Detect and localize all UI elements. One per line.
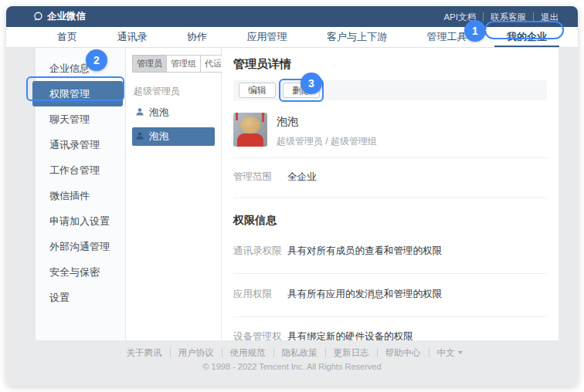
super-admin-group-label: 超级管理员 [132, 85, 215, 98]
tab-admin-groups[interactable]: 管理组 [166, 55, 201, 73]
step3-badge: 3 [300, 73, 322, 94]
tab-customers[interactable]: 客户与上下游 [325, 27, 389, 47]
admin-name: 泡泡 [149, 106, 169, 120]
page-title: 管理员详情 [233, 57, 547, 72]
app-permission-row: 应用权限 具有所有应用的发消息和管理的权限 [233, 289, 547, 300]
admin-list-panel: 管理员 管理组 代运营 + 超级管理员 泡泡 [126, 48, 222, 340]
avatar [233, 113, 267, 147]
step2-badge: 2 [86, 49, 107, 71]
help-center-link[interactable]: 帮助中心 [377, 348, 429, 357]
app-permission-value: 具有所有应用的发消息和管理的权限 [287, 289, 442, 300]
about-tencent-link[interactable]: 关于腾讯 [119, 348, 170, 357]
scope-label: 管理范围 [233, 171, 287, 183]
divider [233, 198, 547, 198]
permission-section-title: 权限信息 [233, 214, 547, 228]
sidebar-item-settings[interactable]: 设置 [38, 285, 123, 310]
admin-list-item[interactable]: 泡泡 [132, 103, 215, 122]
admin-type-tabs: 管理员 管理组 代运营 + [132, 55, 215, 73]
contacts-permission-row: 通讯录权限 具有对所有成员的查看和管理的权限 [233, 245, 547, 257]
primary-nav: 首页 通讯录 协作 应用管理 客户与上下游 管理工具 我的企业 [6, 27, 578, 48]
tab-collaboration[interactable]: 协作 [185, 27, 209, 47]
tab-home[interactable]: 首页 [56, 27, 79, 47]
sidebar-item-contacts-management[interactable]: 通讯录管理 [38, 132, 123, 157]
tab-app-management[interactable]: 应用管理 [246, 27, 289, 47]
content-area: 企业信息 权限管理 聊天管理 通讯录管理 工作台管理 微信插件 申请加入设置 外… [6, 48, 578, 340]
admin-name: 泡泡 [149, 130, 169, 144]
sidebar-item-permission-management[interactable]: 权限管理 [32, 81, 123, 106]
sidebar-item-enterprise-info[interactable]: 企业信息 [38, 56, 123, 81]
wework-bubble-icon [32, 11, 44, 22]
scope-value: 全企业 [287, 171, 317, 183]
step1-badge: 1 [464, 20, 486, 42]
admin-role: 超级管理员 / 超级管理组 [277, 135, 377, 148]
brand-logo: 企业微信 [32, 10, 86, 23]
caret-down-icon [458, 351, 463, 354]
footer-links: 关于腾讯 用户协议 使用规范 隐私政策 更新日志 帮助中心 中文 [6, 348, 578, 357]
sidebar-item-external-communication[interactable]: 外部沟通管理 [38, 234, 123, 259]
divider [233, 316, 547, 317]
divider [233, 157, 547, 158]
copyright: © 1998 - 2022 Tencent Inc. All Rights Re… [6, 362, 578, 371]
user-agreement-link[interactable]: 用户协议 [170, 348, 222, 357]
sidebar-item-join-settings[interactable]: 申请加入设置 [38, 208, 123, 234]
tab-administrators[interactable]: 管理员 [132, 55, 167, 73]
footer: 关于腾讯 用户协议 使用规范 隐私政策 更新日志 帮助中心 中文 © 1998 … [6, 340, 578, 386]
tab-my-enterprise[interactable]: 我的企业 [505, 27, 548, 47]
contact-support-link[interactable]: 联系客服 [483, 12, 533, 22]
contacts-permission-value: 具有对所有成员的查看和管理的权限 [287, 245, 442, 257]
divider [233, 273, 547, 274]
detail-toolbar: 编辑 删除 [233, 80, 547, 100]
usage-rules-link[interactable]: 使用规范 [222, 348, 273, 357]
top-links: API文档 联系客服 退出 [436, 12, 565, 22]
admin-display-name: 泡泡 [277, 115, 377, 129]
user-icon [135, 107, 144, 119]
right-gutter [559, 48, 578, 340]
tab-contacts[interactable]: 通讯录 [116, 27, 149, 47]
admin-profile: 泡泡 超级管理员 / 超级管理组 [233, 113, 547, 148]
admin-detail-pane: 管理员详情 编辑 删除 泡泡 超级管理员 / 超级管理组 管理范围 全企业 [222, 48, 559, 340]
contacts-permission-label: 通讯录权限 [233, 245, 287, 257]
language-selector[interactable]: 中文 [429, 348, 466, 357]
edit-button[interactable]: 编辑 [239, 83, 276, 98]
app-permission-label: 应用权限 [233, 289, 287, 300]
tab-admin-tools[interactable]: 管理工具 [426, 27, 469, 47]
settings-sidebar: 企业信息 权限管理 聊天管理 通讯录管理 工作台管理 微信插件 申请加入设置 外… [35, 48, 126, 340]
privacy-policy-link[interactable]: 隐私政策 [273, 348, 325, 357]
brand-name: 企业微信 [47, 10, 86, 23]
logout-link[interactable]: 退出 [533, 12, 565, 22]
sidebar-item-wechat-plugin[interactable]: 微信插件 [38, 183, 123, 208]
top-bar: 企业微信 API文档 联系客服 退出 [6, 6, 578, 27]
sidebar-item-workbench-management[interactable]: 工作台管理 [38, 157, 123, 183]
left-gutter [6, 48, 35, 340]
admin-list-item-selected[interactable]: 泡泡 [132, 127, 215, 146]
changelog-link[interactable]: 更新日志 [325, 348, 377, 357]
sidebar-item-security[interactable]: 安全与保密 [38, 259, 123, 285]
scope-row: 管理范围 全企业 [233, 171, 547, 183]
sidebar-item-chat-management[interactable]: 聊天管理 [38, 106, 123, 132]
language-label: 中文 [437, 348, 455, 357]
user-icon [135, 131, 144, 143]
